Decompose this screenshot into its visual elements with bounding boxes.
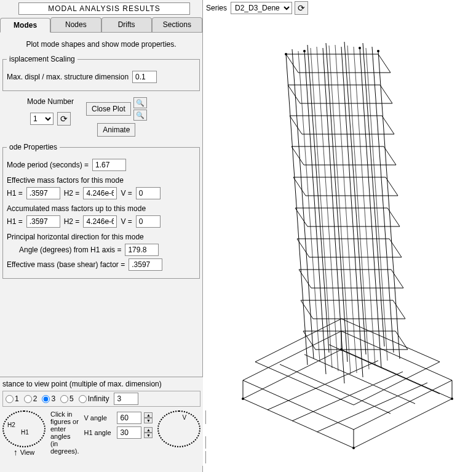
svg-point-43 xyxy=(242,398,244,400)
max-displ-input[interactable] xyxy=(132,71,157,83)
model-viewport[interactable] xyxy=(206,17,474,470)
radio-3[interactable]: 3 xyxy=(42,394,55,403)
mode-properties-group: ode Properties Mode period (seconds) = E… xyxy=(2,143,200,279)
svg-line-24 xyxy=(372,47,394,353)
acc-mass-label: Accumulated mass factors up to this mode xyxy=(7,204,196,213)
series-label: Series xyxy=(206,4,227,12)
refresh-icon[interactable] xyxy=(295,1,308,15)
close-plot-button[interactable]: Close Plot xyxy=(86,102,131,116)
tab-subtitle: Plot mode shapes and show mode propertie… xyxy=(2,40,200,49)
svg-line-13 xyxy=(286,54,307,365)
v-angle-label: V angle xyxy=(84,414,114,422)
h1-axis-label: H1 xyxy=(21,429,29,436)
zoom-in-icon[interactable] xyxy=(133,97,147,108)
svg-point-44 xyxy=(352,447,355,449)
plan-angle-dial[interactable]: H2 H1 xyxy=(2,410,46,447)
arrow-up-icon xyxy=(14,447,18,457)
svg-line-42 xyxy=(366,48,387,361)
view-distance-label: stance to view point (multiple of max. d… xyxy=(2,380,200,388)
angle-hint-text: Click in figures or enter angles (in deg… xyxy=(50,410,79,463)
eff-mass-label: Effective mass factors for this mode xyxy=(7,176,196,185)
svg-line-39 xyxy=(335,45,357,373)
mode-properties-legend: ode Properties xyxy=(7,143,60,151)
svg-line-38 xyxy=(329,46,351,374)
v-angle-input[interactable] xyxy=(117,412,141,424)
svg-line-41 xyxy=(354,47,375,366)
svg-line-37 xyxy=(317,47,338,371)
mode-period-label: Mode period (seconds) = xyxy=(7,161,89,169)
svg-point-45 xyxy=(451,398,453,400)
acc-h1-input[interactable] xyxy=(26,215,60,228)
acc-h2-input[interactable] xyxy=(83,215,117,228)
view-left-label: View xyxy=(20,449,35,456)
tab-drifts[interactable]: Drifts xyxy=(101,17,152,32)
acc-h1-label: H1 = xyxy=(7,217,23,226)
eff-h2-label: H2 = xyxy=(64,189,80,198)
svg-line-40 xyxy=(347,46,369,369)
acc-v-label: V = xyxy=(121,217,132,226)
eff-h2-input[interactable] xyxy=(83,187,117,199)
radio-infinity[interactable]: Infinity xyxy=(79,394,109,403)
svg-point-49 xyxy=(303,50,306,52)
svg-line-15 xyxy=(323,48,344,383)
svg-point-46 xyxy=(340,348,343,351)
h2-axis-label: H2 xyxy=(7,422,15,428)
svg-line-11 xyxy=(329,345,440,394)
svg-line-16 xyxy=(341,47,363,377)
v-axis-label: V xyxy=(182,414,186,421)
displacement-scaling-legend: isplacement Scaling xyxy=(7,55,77,63)
tab-nodes[interactable]: Nodes xyxy=(50,17,101,32)
view-distance-input[interactable] xyxy=(114,393,138,405)
svg-point-47 xyxy=(285,53,287,55)
mode-period-input[interactable] xyxy=(92,159,126,171)
svg-line-18 xyxy=(378,51,400,359)
max-displ-label: Max. displ / max. structure dimension xyxy=(7,73,129,81)
displacement-scaling-group: isplacement Scaling Max. displ / max. st… xyxy=(2,55,200,91)
h1-angle-label: H1 angle xyxy=(84,429,114,436)
mode-number-label: Mode Number xyxy=(27,97,74,106)
acc-h2-label: H2 = xyxy=(64,217,80,226)
svg-point-50 xyxy=(359,47,361,49)
eff-v-label: V = xyxy=(121,189,132,198)
animate-button[interactable]: Animate xyxy=(97,123,135,137)
principal-dir-label: Principal horizontal direction for this … xyxy=(7,233,196,241)
tab-sections[interactable]: Sections xyxy=(152,17,202,32)
view-distance-radio-group: 1 2 3 5 Infinity xyxy=(2,391,200,407)
radio-1[interactable]: 1 xyxy=(6,394,19,403)
svg-line-10 xyxy=(304,354,415,404)
h1-angle-stepper[interactable]: ▲▼ xyxy=(144,427,153,438)
angle-label: Angle (degrees) from H1 axis = xyxy=(19,246,121,254)
mode-number-select[interactable]: 1 xyxy=(30,113,54,125)
v-angle-stepper[interactable]: ▲▼ xyxy=(144,412,153,423)
series-combobox[interactable]: D2_D3_Dene xyxy=(231,2,292,14)
eff-v-input[interactable] xyxy=(136,187,161,199)
eff-h1-input[interactable] xyxy=(26,187,60,199)
svg-point-48 xyxy=(377,50,379,52)
svg-line-9 xyxy=(280,364,391,414)
h1-angle-input[interactable] xyxy=(117,426,141,439)
mode-refresh-icon[interactable] xyxy=(57,112,71,126)
svg-marker-27 xyxy=(290,116,394,134)
svg-line-8 xyxy=(317,383,427,432)
svg-line-6 xyxy=(268,361,378,410)
angle-input[interactable] xyxy=(125,244,159,256)
eff-h1-label: H1 = xyxy=(7,189,23,198)
svg-line-35 xyxy=(298,51,320,362)
base-shear-label: Effective mass (base shear) factor = xyxy=(7,260,125,269)
tab-modes[interactable]: Modes xyxy=(0,18,50,33)
svg-marker-25 xyxy=(286,54,391,73)
zoom-out-icon[interactable] xyxy=(133,110,147,121)
svg-line-23 xyxy=(292,49,314,359)
radio-2[interactable]: 2 xyxy=(24,394,38,403)
panel-title: MODAL ANALYSIS RESULTS xyxy=(18,2,190,15)
svg-marker-26 xyxy=(288,85,392,103)
radio-5[interactable]: 5 xyxy=(60,394,74,403)
elev-angle-dial[interactable]: V xyxy=(157,410,200,447)
svg-line-14 xyxy=(304,51,326,374)
acc-v-input[interactable] xyxy=(136,215,161,228)
base-shear-input[interactable] xyxy=(129,258,162,271)
